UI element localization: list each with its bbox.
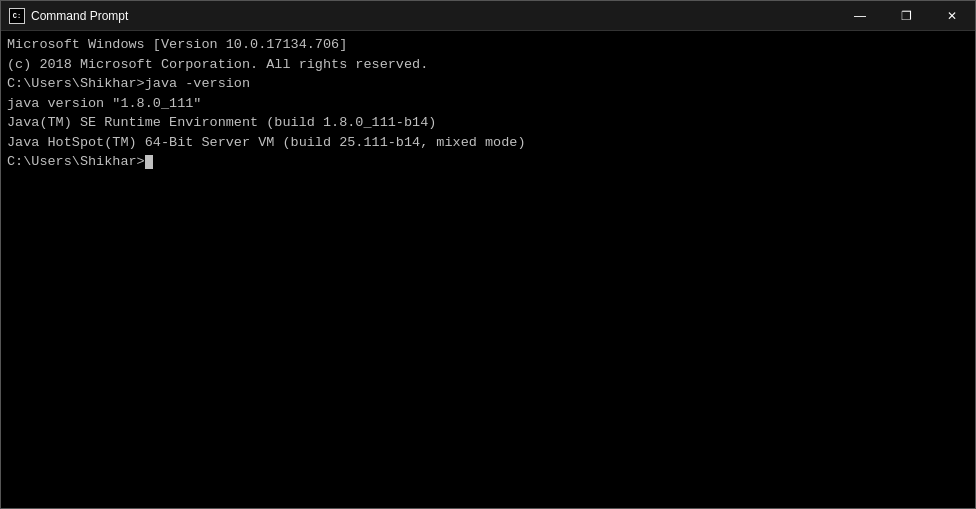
- close-button[interactable]: ✕: [929, 1, 975, 31]
- title-bar: Command Prompt — ❐ ✕: [1, 1, 975, 31]
- cmd-window: Command Prompt — ❐ ✕ Microsoft Windows […: [0, 0, 976, 509]
- terminal-body[interactable]: Microsoft Windows [Version 10.0.17134.70…: [1, 31, 975, 508]
- terminal-cursor: [145, 155, 153, 169]
- terminal-line: Java HotSpot(TM) 64-Bit Server VM (build…: [7, 133, 969, 153]
- terminal-line: Microsoft Windows [Version 10.0.17134.70…: [7, 35, 969, 55]
- terminal-prompt-line: C:\Users\Shikhar>: [7, 152, 969, 172]
- terminal-line: Java(TM) SE Runtime Environment (build 1…: [7, 113, 969, 133]
- window-controls: — ❐ ✕: [837, 1, 975, 31]
- title-bar-left: Command Prompt: [9, 8, 128, 24]
- terminal-line: java version "1.8.0_111": [7, 94, 969, 114]
- terminal-line: C:\Users\Shikhar>java -version: [7, 74, 969, 94]
- maximize-button[interactable]: ❐: [883, 1, 929, 31]
- cmd-icon: [9, 8, 25, 24]
- terminal-line: (c) 2018 Microsoft Corporation. All righ…: [7, 55, 969, 75]
- minimize-button[interactable]: —: [837, 1, 883, 31]
- window-title: Command Prompt: [31, 9, 128, 23]
